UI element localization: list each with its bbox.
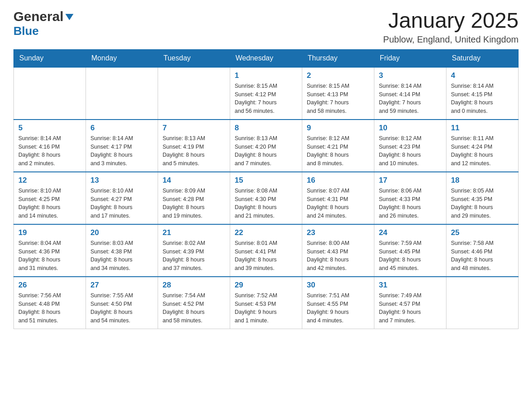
calendar-cell: 26Sunrise: 7:56 AM Sunset: 4:48 PM Dayli… <box>14 277 86 329</box>
calendar-cell: 10Sunrise: 8:12 AM Sunset: 4:23 PM Dayli… <box>374 120 446 172</box>
day-number: 22 <box>235 228 297 237</box>
calendar-cell: 6Sunrise: 8:14 AM Sunset: 4:17 PM Daylig… <box>86 120 158 172</box>
day-info: Sunrise: 8:04 AM Sunset: 4:36 PM Dayligh… <box>18 239 81 273</box>
day-info: Sunrise: 8:00 AM Sunset: 4:43 PM Dayligh… <box>307 239 369 273</box>
day-number: 17 <box>379 176 442 185</box>
svg-marker-0 <box>65 14 73 20</box>
day-number: 19 <box>18 228 81 237</box>
day-info: Sunrise: 7:49 AM Sunset: 4:57 PM Dayligh… <box>379 291 442 325</box>
day-number: 1 <box>235 71 297 80</box>
day-number: 14 <box>163 176 225 185</box>
day-header-sunday: Sunday <box>14 49 86 67</box>
week-row-3: 12Sunrise: 8:10 AM Sunset: 4:25 PM Dayli… <box>14 172 519 224</box>
calendar-cell: 11Sunrise: 8:11 AM Sunset: 4:24 PM Dayli… <box>446 120 519 172</box>
day-number: 12 <box>18 176 81 185</box>
calendar-cell: 28Sunrise: 7:54 AM Sunset: 4:52 PM Dayli… <box>158 277 230 329</box>
day-number: 16 <box>307 176 369 185</box>
day-number: 28 <box>163 281 225 290</box>
calendar-cell <box>446 277 519 329</box>
day-header-saturday: Saturday <box>446 49 519 67</box>
calendar-cell: 29Sunrise: 7:52 AM Sunset: 4:53 PM Dayli… <box>230 277 302 329</box>
day-number: 7 <box>163 124 225 133</box>
calendar-cell <box>14 67 86 120</box>
calendar-cell: 24Sunrise: 7:59 AM Sunset: 4:45 PM Dayli… <box>374 224 446 277</box>
day-info: Sunrise: 8:11 AM Sunset: 4:24 PM Dayligh… <box>451 134 514 168</box>
day-number: 11 <box>451 124 514 133</box>
day-number: 6 <box>90 124 153 133</box>
calendar-cell: 13Sunrise: 8:10 AM Sunset: 4:27 PM Dayli… <box>86 172 158 224</box>
calendar-cell: 15Sunrise: 8:08 AM Sunset: 4:30 PM Dayli… <box>230 172 302 224</box>
calendar-cell: 12Sunrise: 8:10 AM Sunset: 4:25 PM Dayli… <box>14 172 86 224</box>
calendar-subtitle: Publow, England, United Kingdom <box>383 34 519 45</box>
calendar-cell: 27Sunrise: 7:55 AM Sunset: 4:50 PM Dayli… <box>86 277 158 329</box>
day-number: 21 <box>163 228 225 237</box>
logo-blue-text: Blue <box>13 24 39 38</box>
day-info: Sunrise: 7:59 AM Sunset: 4:45 PM Dayligh… <box>379 239 442 273</box>
day-header-friday: Friday <box>374 49 446 67</box>
day-info: Sunrise: 8:13 AM Sunset: 4:19 PM Dayligh… <box>163 134 225 168</box>
day-info: Sunrise: 8:12 AM Sunset: 4:23 PM Dayligh… <box>379 134 442 168</box>
day-number: 31 <box>379 281 442 290</box>
calendar-cell: 2Sunrise: 8:15 AM Sunset: 4:13 PM Daylig… <box>302 67 374 120</box>
day-header-wednesday: Wednesday <box>230 49 302 67</box>
day-header-monday: Monday <box>86 49 158 67</box>
calendar-cell: 1Sunrise: 8:15 AM Sunset: 4:12 PM Daylig… <box>230 67 302 120</box>
calendar-cell: 14Sunrise: 8:09 AM Sunset: 4:28 PM Dayli… <box>158 172 230 224</box>
calendar-cell: 18Sunrise: 8:05 AM Sunset: 4:35 PM Dayli… <box>446 172 519 224</box>
day-info: Sunrise: 8:15 AM Sunset: 4:13 PM Dayligh… <box>307 82 369 116</box>
day-number: 9 <box>307 124 369 133</box>
calendar-cell: 8Sunrise: 8:13 AM Sunset: 4:20 PM Daylig… <box>230 120 302 172</box>
day-info: Sunrise: 7:58 AM Sunset: 4:46 PM Dayligh… <box>451 239 514 273</box>
calendar-cell: 21Sunrise: 8:02 AM Sunset: 4:39 PM Dayli… <box>158 224 230 277</box>
day-info: Sunrise: 8:07 AM Sunset: 4:31 PM Dayligh… <box>307 187 369 220</box>
calendar-cell: 4Sunrise: 8:14 AM Sunset: 4:15 PM Daylig… <box>446 67 519 120</box>
week-row-1: 1Sunrise: 8:15 AM Sunset: 4:12 PM Daylig… <box>14 67 519 120</box>
calendar-title: January 2025 <box>383 9 519 33</box>
day-number: 23 <box>307 228 369 237</box>
day-info: Sunrise: 7:55 AM Sunset: 4:50 PM Dayligh… <box>90 291 153 325</box>
calendar-cell: 20Sunrise: 8:03 AM Sunset: 4:38 PM Dayli… <box>86 224 158 277</box>
calendar-cell: 7Sunrise: 8:13 AM Sunset: 4:19 PM Daylig… <box>158 120 230 172</box>
day-number: 3 <box>379 71 442 80</box>
calendar-cell: 25Sunrise: 7:58 AM Sunset: 4:46 PM Dayli… <box>446 224 519 277</box>
day-info: Sunrise: 8:02 AM Sunset: 4:39 PM Dayligh… <box>163 239 225 273</box>
logo: General Blue <box>13 9 74 38</box>
day-info: Sunrise: 8:15 AM Sunset: 4:12 PM Dayligh… <box>235 82 297 116</box>
day-number: 13 <box>90 176 153 185</box>
day-info: Sunrise: 8:14 AM Sunset: 4:16 PM Dayligh… <box>18 134 81 168</box>
day-info: Sunrise: 7:51 AM Sunset: 4:55 PM Dayligh… <box>307 291 369 325</box>
day-info: Sunrise: 7:52 AM Sunset: 4:53 PM Dayligh… <box>235 291 297 325</box>
page-header: General Blue January 2025 Publow, Englan… <box>13 9 519 45</box>
day-number: 30 <box>307 281 369 290</box>
day-number: 4 <box>451 71 514 80</box>
logo-general-text: General <box>13 9 64 24</box>
logo-general: General <box>13 9 74 24</box>
calendar-cell: 19Sunrise: 8:04 AM Sunset: 4:36 PM Dayli… <box>14 224 86 277</box>
day-info: Sunrise: 8:01 AM Sunset: 4:41 PM Dayligh… <box>235 239 297 273</box>
day-number: 15 <box>235 176 297 185</box>
day-header-tuesday: Tuesday <box>158 49 230 67</box>
day-number: 29 <box>235 281 297 290</box>
calendar-cell: 22Sunrise: 8:01 AM Sunset: 4:41 PM Dayli… <box>230 224 302 277</box>
day-number: 26 <box>18 281 81 290</box>
day-number: 27 <box>90 281 153 290</box>
calendar-cell: 16Sunrise: 8:07 AM Sunset: 4:31 PM Dayli… <box>302 172 374 224</box>
day-info: Sunrise: 8:14 AM Sunset: 4:15 PM Dayligh… <box>451 82 514 116</box>
week-row-5: 26Sunrise: 7:56 AM Sunset: 4:48 PM Dayli… <box>14 277 519 329</box>
calendar-cell <box>158 67 230 120</box>
day-info: Sunrise: 8:10 AM Sunset: 4:27 PM Dayligh… <box>90 187 153 220</box>
calendar-cell: 9Sunrise: 8:12 AM Sunset: 4:21 PM Daylig… <box>302 120 374 172</box>
week-row-2: 5Sunrise: 8:14 AM Sunset: 4:16 PM Daylig… <box>14 120 519 172</box>
calendar-cell: 5Sunrise: 8:14 AM Sunset: 4:16 PM Daylig… <box>14 120 86 172</box>
day-header-thursday: Thursday <box>302 49 374 67</box>
day-info: Sunrise: 8:14 AM Sunset: 4:14 PM Dayligh… <box>379 82 442 116</box>
calendar-table: SundayMondayTuesdayWednesdayThursdayFrid… <box>13 49 519 329</box>
calendar-cell: 31Sunrise: 7:49 AM Sunset: 4:57 PM Dayli… <box>374 277 446 329</box>
day-info: Sunrise: 8:09 AM Sunset: 4:28 PM Dayligh… <box>163 187 225 220</box>
day-info: Sunrise: 8:05 AM Sunset: 4:35 PM Dayligh… <box>451 187 514 220</box>
day-number: 5 <box>18 124 81 133</box>
calendar-cell: 30Sunrise: 7:51 AM Sunset: 4:55 PM Dayli… <box>302 277 374 329</box>
day-info: Sunrise: 8:10 AM Sunset: 4:25 PM Dayligh… <box>18 187 81 220</box>
logo-blue-label: Blue <box>13 24 39 38</box>
day-number: 8 <box>235 124 297 133</box>
